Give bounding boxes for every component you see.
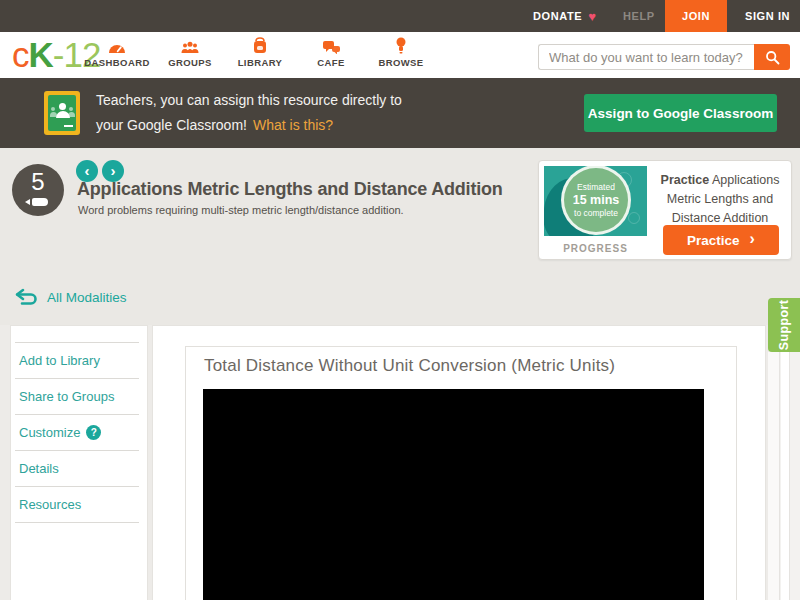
- nav-item-dashboard[interactable]: DASHBOARD: [77, 37, 157, 77]
- ck12-page: DONATE ♥ HELP JOIN SIGN IN cK-12 DASHBOA…: [0, 0, 800, 600]
- main-navbar: cK-12 DASHBOARD GROUPS LIBRARY CAFE: [0, 32, 800, 78]
- search-bar: [538, 44, 790, 70]
- estimate-suffix: to complete: [574, 208, 618, 218]
- page-subtitle: Word problems requiring multi-step metri…: [78, 204, 404, 216]
- support-tab-label: Support: [777, 298, 791, 352]
- modality-heading: Total Distance Without Unit Conversion (…: [204, 356, 615, 376]
- nav-label-groups: GROUPS: [168, 57, 212, 68]
- sidebar-item-label: Add to Library: [19, 353, 100, 368]
- content-area: Add to Library Share to Groups Customize…: [0, 325, 800, 600]
- chevron-right-icon: ›: [750, 231, 755, 247]
- pencil-icon: [25, 198, 51, 206]
- page-title: Applications Metric Lengths and Distance…: [77, 179, 503, 200]
- practice-card: Estimated 15 mins to complete PROGRESS P…: [538, 160, 792, 260]
- what-is-this-link[interactable]: What is this?: [253, 117, 333, 133]
- sign-in-button[interactable]: SIGN IN: [745, 0, 790, 32]
- sidebar-item-customize[interactable]: Customize ?: [15, 415, 139, 451]
- nav-item-library[interactable]: LIBRARY: [220, 37, 300, 77]
- dashboard-icon: [107, 37, 127, 54]
- sidebar-item-details[interactable]: Details: [15, 451, 139, 487]
- sidebar-item-add-to-library[interactable]: Add to Library: [15, 343, 139, 379]
- nav-label-browse: BROWSE: [378, 57, 423, 68]
- search-icon: [765, 50, 780, 65]
- banner-line-2: your Google Classroom!: [96, 117, 247, 133]
- level-number: 5: [12, 168, 64, 196]
- progress-label: PROGRESS: [544, 243, 647, 254]
- modality-content-box: Total Distance Without Unit Conversion (…: [185, 346, 737, 600]
- estimate-word: Estimated: [577, 182, 615, 192]
- search-button[interactable]: [754, 44, 790, 70]
- practice-thumbnail[interactable]: Estimated 15 mins to complete: [544, 166, 647, 236]
- sidebar-item-label: Share to Groups: [19, 389, 114, 404]
- banner-line-1: Teachers, you can assign this resource d…: [96, 88, 402, 113]
- sidebar-item-resources[interactable]: Resources: [15, 487, 139, 523]
- support-tab[interactable]: Support: [768, 298, 800, 352]
- video-player[interactable]: [203, 389, 704, 600]
- concept-header: 5 ‹ › Applications Metric Lengths and Di…: [0, 148, 800, 325]
- estimated-time-badge: Estimated 15 mins to complete: [561, 166, 631, 235]
- search-input[interactable]: [538, 44, 754, 70]
- level-badge: 5: [12, 164, 64, 216]
- donate-button[interactable]: DONATE ♥: [533, 0, 597, 32]
- join-button[interactable]: JOIN: [665, 0, 727, 32]
- logo-part-k: K: [29, 35, 53, 74]
- practice-button[interactable]: Practice ›: [663, 225, 779, 255]
- sidebar-item-label: Customize: [19, 425, 80, 440]
- library-icon: [252, 37, 268, 54]
- main-panel: Total Distance Without Unit Conversion (…: [152, 325, 766, 600]
- nav-item-cafe[interactable]: CAFE: [291, 37, 371, 77]
- question-mark-icon[interactable]: ?: [86, 425, 101, 440]
- practice-description-bold: Practice: [661, 173, 710, 187]
- right-rail: [768, 352, 800, 600]
- banner-message: Teachers, you can assign this resource d…: [96, 88, 402, 138]
- sidebar-item-label: Resources: [19, 497, 81, 512]
- back-return-arrow-icon: [14, 288, 38, 307]
- heart-icon: ♥: [588, 10, 596, 23]
- nav-item-browse[interactable]: BROWSE: [361, 37, 441, 77]
- all-modalities-link[interactable]: All Modalities: [14, 288, 127, 307]
- scrollbar-track[interactable]: [781, 352, 790, 600]
- sidebar-item-label: Details: [19, 461, 59, 476]
- sidebar: Add to Library Share to Groups Customize…: [10, 325, 148, 600]
- groups-icon: [180, 37, 200, 54]
- google-classroom-icon: [44, 91, 80, 135]
- practice-button-label: Practice: [687, 233, 740, 248]
- nav-label-library: LIBRARY: [238, 57, 283, 68]
- help-link[interactable]: HELP: [623, 0, 655, 32]
- nav-label-dashboard: DASHBOARD: [84, 57, 149, 68]
- google-classroom-banner: Teachers, you can assign this resource d…: [0, 78, 800, 148]
- help-label: HELP: [623, 10, 655, 22]
- top-utility-bar: DONATE ♥ HELP JOIN SIGN IN: [0, 0, 800, 32]
- panel-edge: [768, 352, 780, 600]
- sign-in-label: SIGN IN: [745, 10, 790, 22]
- nav-item-groups[interactable]: GROUPS: [150, 37, 230, 77]
- logo-part-c: c: [12, 35, 29, 74]
- donate-label: DONATE: [533, 10, 582, 22]
- assign-to-google-classroom-button[interactable]: Assign to Google Classroom: [584, 94, 777, 132]
- estimate-minutes: 15 mins: [573, 193, 620, 208]
- browse-icon: [395, 37, 407, 54]
- sidebar-item-share-to-groups[interactable]: Share to Groups: [15, 379, 139, 415]
- all-modalities-label: All Modalities: [47, 290, 127, 305]
- nav-label-cafe: CAFE: [317, 57, 344, 68]
- join-label: JOIN: [682, 10, 710, 22]
- practice-description: Practice Applications Metric Lengths and…: [652, 171, 788, 227]
- cafe-icon: [322, 37, 341, 54]
